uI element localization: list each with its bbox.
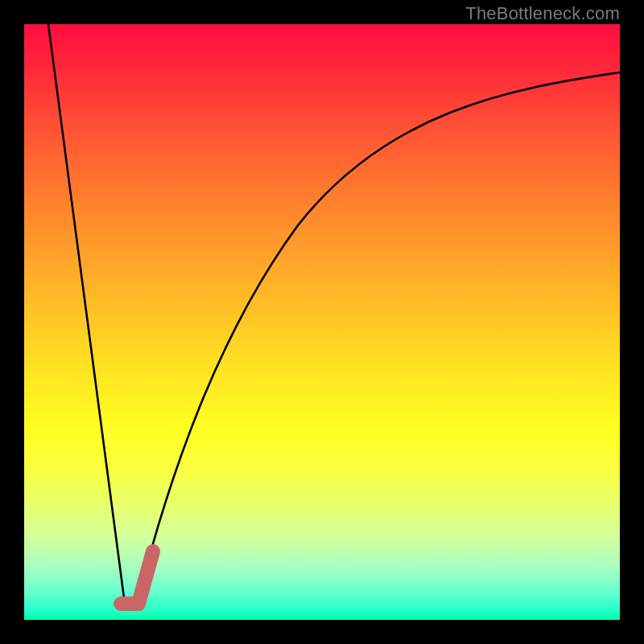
- chart-frame: TheBottleneck.com: [0, 0, 644, 644]
- bottleneck-curve: [48, 24, 620, 604]
- highlight-J: [121, 551, 153, 604]
- watermark-text: TheBottleneck.com: [465, 3, 620, 24]
- curve-layer: [24, 24, 620, 620]
- plot-area: [24, 24, 620, 620]
